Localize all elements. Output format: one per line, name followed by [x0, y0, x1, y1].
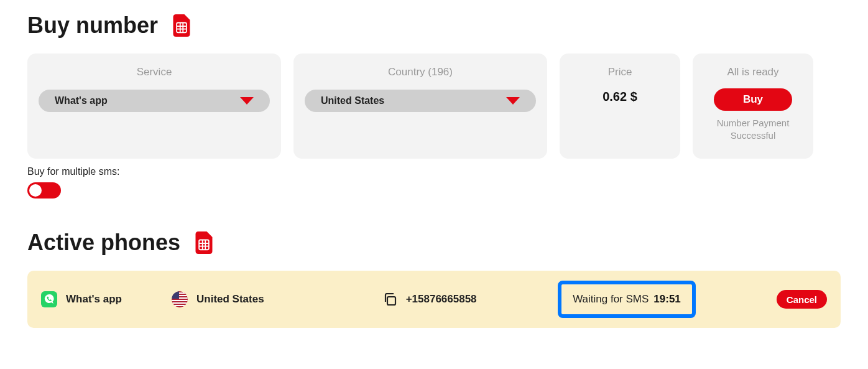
price-card: Price 0.62 $ — [560, 54, 680, 159]
price-value: 0.62 $ — [571, 90, 669, 104]
ready-label: All is ready — [704, 66, 802, 78]
active-phone-right: Waiting for SMS 19:51 Cancel — [558, 281, 827, 318]
buy-number-heading: Buy number — [27, 12, 841, 39]
active-phone-number: +15876665858 — [406, 293, 477, 306]
payment-status: Number Payment Successful — [704, 117, 802, 141]
multi-sms-label: Buy for multiple sms: — [27, 166, 841, 177]
svg-rect-17 — [172, 302, 188, 304]
active-country-group: United States — [172, 291, 264, 307]
svg-rect-13 — [172, 292, 188, 294]
sms-status-label: Waiting for SMS — [573, 293, 649, 306]
country-label: Country (196) — [305, 66, 536, 78]
svg-rect-20 — [387, 297, 395, 305]
us-flag-icon — [172, 291, 188, 307]
caret-down-icon — [240, 97, 254, 105]
country-card: Country (196) United States — [293, 54, 547, 159]
buy-cards-row: Service What's app Country (196) United … — [27, 54, 841, 159]
country-value: United States — [321, 95, 384, 106]
copy-icon[interactable] — [382, 292, 397, 307]
toggle-knob — [29, 184, 42, 197]
active-service-name: What's app — [66, 293, 122, 306]
active-number-group: +15876665858 — [382, 292, 477, 307]
ready-card: All is ready Buy Number Payment Successf… — [693, 54, 813, 159]
active-phone-left: What's app Uni — [41, 291, 477, 307]
sms-status-box: Waiting for SMS 19:51 — [558, 281, 696, 318]
active-phones-title: Active phones — [27, 230, 180, 256]
active-phone-row: What's app Uni — [27, 271, 841, 328]
page-title: Buy number — [27, 12, 158, 39]
active-service-group: What's app — [41, 291, 122, 307]
service-value: What's app — [55, 95, 108, 106]
svg-rect-16 — [172, 300, 188, 301]
active-country-name: United States — [196, 293, 264, 306]
buy-button[interactable]: Buy — [714, 88, 792, 111]
multi-sms-toggle[interactable] — [27, 182, 61, 199]
cancel-button[interactable]: Cancel — [777, 290, 827, 309]
sim-card-icon — [173, 14, 190, 37]
active-phones-heading: Active phones — [27, 230, 841, 256]
svg-rect-18 — [172, 305, 188, 306]
caret-down-icon — [506, 97, 520, 105]
service-select[interactable]: What's app — [39, 90, 270, 112]
price-label: Price — [571, 66, 669, 78]
sms-timer: 19:51 — [653, 293, 680, 306]
svg-rect-19 — [172, 291, 179, 299]
whatsapp-icon — [41, 291, 57, 307]
service-label: Service — [39, 66, 270, 78]
country-select[interactable]: United States — [305, 90, 536, 112]
service-card: Service What's app — [27, 54, 281, 159]
sim-card-icon — [195, 231, 213, 254]
